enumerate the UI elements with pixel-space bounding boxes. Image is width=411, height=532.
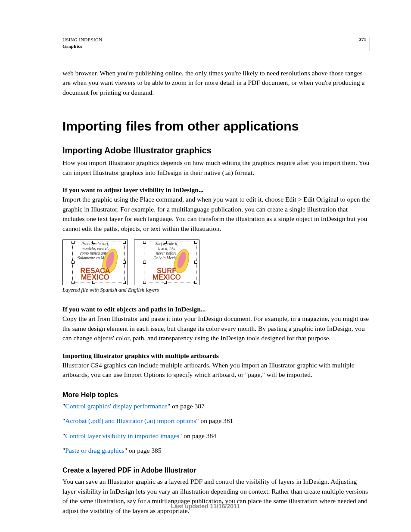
logo-line2: MEXICO (81, 274, 109, 281)
link-layer-visibility[interactable]: Control layer visibility in imported ima… (65, 432, 179, 439)
header-right: 371 (359, 37, 371, 51)
document-page: USING INDESIGN Graphics 371 web browser.… (0, 0, 411, 532)
lead-multiple-artboards: Importing Illustrator graphics with mult… (62, 352, 370, 360)
heading-illustrator-graphics: Importing Adobe Illustrator graphics (62, 146, 370, 156)
help-item: "Paste or drag graphics" on page 385 (62, 446, 370, 455)
lead-edit-objects-paths: If you want to edit objects and paths in… (62, 305, 370, 313)
link-paste-drag[interactable]: Paste or drag graphics (65, 447, 124, 454)
figure-english-logo: SURF MEXICO (140, 268, 194, 280)
header-section: Graphics (62, 43, 103, 50)
page-ref: " on page 384 (179, 432, 216, 439)
page-header: USING INDESIGN Graphics 371 (62, 37, 370, 51)
page-ref: " on page 385 (125, 447, 162, 454)
help-item: "Control graphics' display performance" … (62, 401, 370, 411)
header-rule (370, 37, 370, 51)
para-adjust-layer-visibility: Import the graphic using the Place comma… (62, 195, 370, 233)
para-edit-objects-paths: Copy the art from Illustrator and paste … (62, 314, 370, 343)
header-left: USING INDESIGN Graphics (62, 37, 103, 51)
more-help-list: "Control graphics' display performance" … (62, 401, 370, 456)
para-illustrator-intro: How you import Illustrator graphics depe… (62, 158, 370, 177)
para-multiple-artboards: Illustrator CS4 graphics can include mul… (62, 361, 370, 380)
heading-more-help: More Help topics (62, 391, 370, 399)
page-footer: Last updated 11/16/2011 (0, 503, 411, 510)
header-doc-title: USING INDESIGN (62, 37, 103, 43)
help-item: "Control layer visibility in imported im… (62, 431, 370, 441)
figure-layered-file: Practíquelo surf, móntelo, viva él, como… (62, 240, 370, 285)
help-item: "Acrobat (.pdf) and Illustrator (.ai) im… (62, 416, 370, 426)
heading-importing-files: Importing files from other applications (62, 119, 370, 134)
intro-paragraph: web browser. When you're publishing onli… (62, 68, 370, 97)
figure-english-layer: Surf it, ride it, live it, like never be… (134, 240, 199, 285)
page-number: 371 (359, 37, 370, 42)
link-display-performance[interactable]: Control graphics' display performance (65, 402, 167, 410)
page-ref: " on page 387 (168, 402, 205, 410)
logo-line2: MEXICO (153, 274, 181, 281)
link-import-options[interactable]: Acrobat (.pdf) and Illustrator (.ai) imp… (65, 417, 196, 424)
lead-adjust-layer-visibility: If you want to adjust layer visibility i… (62, 186, 370, 194)
page-ref: " on page 381 (196, 417, 233, 424)
para-layered-pdf: You can save an Illustrator graphic as a… (62, 477, 370, 516)
figure-spanish-layer: Practíquelo surf, móntelo, viva él, como… (62, 240, 128, 285)
heading-layered-pdf: Create a layered PDF in Adobe Illustrato… (62, 467, 370, 474)
figure-caption: Layered file with Spanish and English la… (62, 287, 370, 293)
figure-spanish-logo: RESACA MEXICO (68, 268, 122, 280)
